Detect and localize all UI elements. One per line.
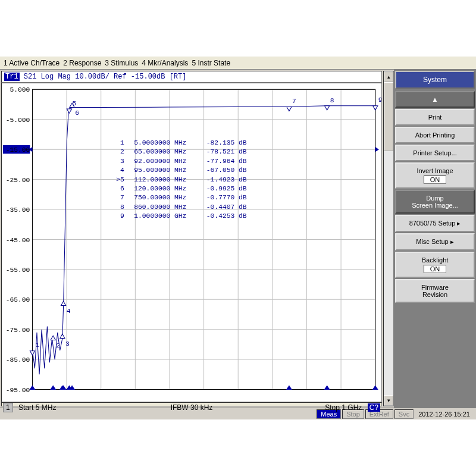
- trace-header-text: S21 Log Mag 10.00dB/ Ref -15.00dB [RT]: [24, 73, 187, 81]
- svg-text:65.000000 MHz: 65.000000 MHz: [134, 148, 186, 155]
- svg-text:-25.00: -25.00: [6, 177, 30, 184]
- menu-item[interactable]: 2 Response: [63, 59, 101, 67]
- svg-marker-55: [30, 386, 35, 389]
- softkey-label: 87050/75 Setup ▸: [409, 220, 461, 227]
- menu-item[interactable]: 1 Active Ch/Trace: [4, 59, 60, 67]
- app-window: 1 Active Ch/Trace 2 Response 3 Stimulus …: [0, 57, 476, 419]
- svg-text:5.000: 5.000: [10, 86, 30, 93]
- svg-text:-0.4407 dB: -0.4407 dB: [206, 203, 247, 211]
- svg-text:120.00000 MHz: 120.00000 MHz: [134, 185, 186, 192]
- svg-text:3: 3: [120, 158, 124, 165]
- svg-text:6: 6: [120, 185, 124, 192]
- softkey-button[interactable]: Invert ImageON: [395, 162, 475, 189]
- scroll-up-arrow[interactable]: ▴: [384, 71, 393, 82]
- stop-freq-label: Stop 1 GHz: [325, 403, 362, 412]
- svg-marker-37: [30, 351, 35, 355]
- softkey-label: Print: [428, 114, 442, 121]
- svg-marker-39: [51, 336, 55, 340]
- correction-indicator: C?: [368, 403, 380, 412]
- softkey-value: ON: [424, 176, 447, 184]
- svg-text:8: 8: [330, 97, 334, 104]
- svg-text:-77.964 dB: -77.964 dB: [206, 158, 247, 165]
- svg-text:5.0000000 MHz: 5.0000000 MHz: [134, 139, 186, 146]
- svg-marker-24: [375, 147, 379, 152]
- softkey-title: System: [395, 71, 475, 89]
- softkey-label: Dump Screen Image...: [412, 195, 458, 209]
- menu-item[interactable]: 5 Instr State: [192, 59, 230, 67]
- svg-text:2: 2: [120, 148, 124, 155]
- svg-text:9: 9: [378, 96, 381, 104]
- svg-text:-35.00: -35.00: [6, 206, 30, 214]
- svg-text:-95.00: -95.00: [6, 387, 30, 394]
- svg-marker-41: [60, 334, 65, 338]
- scroll-down-arrow[interactable]: ▾: [384, 395, 393, 406]
- svg-text:4: 4: [120, 167, 124, 174]
- svg-text:-75.00: -75.00: [6, 327, 30, 334]
- softkey-button[interactable]: Abort Printing: [395, 127, 475, 143]
- svg-text:860.00000 MHz: 860.00000 MHz: [134, 203, 186, 211]
- svg-text:-0.9925 dB: -0.9925 dB: [206, 185, 247, 192]
- svg-text:-82.135 dB: -82.135 dB: [206, 139, 247, 146]
- plot-svg: 5.000-5.000-15.00-25.00-35.00-45.00-55.0…: [2, 83, 381, 402]
- svg-text:1: 1: [120, 139, 124, 146]
- svg-text:-45.00: -45.00: [6, 237, 30, 244]
- softkey-button[interactable]: Print: [395, 109, 475, 126]
- svg-marker-43: [61, 301, 65, 305]
- svg-marker-53: [373, 106, 378, 110]
- svg-text:-55.00: -55.00: [6, 267, 30, 274]
- svg-text:112.00000 MHz: 112.00000 MHz: [134, 176, 186, 183]
- svg-text:-65.00: -65.00: [6, 296, 30, 303]
- svg-text:7: 7: [292, 98, 296, 105]
- svg-text:-5.000: -5.000: [6, 117, 30, 124]
- svg-text:-15.00: -15.00: [6, 146, 30, 154]
- svg-marker-56: [51, 386, 55, 389]
- svg-text:8: 8: [120, 203, 124, 211]
- scroll-track[interactable]: [384, 82, 393, 395]
- softkey-label: Printer Setup...: [413, 149, 456, 156]
- svg-marker-49: [287, 107, 292, 111]
- status-bar: Meas Stop ExtRef Svc 2012-12-26 15:21: [0, 408, 476, 419]
- softkey-label: Misc Setup ▸: [416, 238, 453, 246]
- trace-header: Tr1 S21 Log Mag 10.00dB/ Ref -15.00dB [R…: [1, 71, 382, 83]
- menu-item[interactable]: 4 Mkr/Analysis: [142, 59, 188, 67]
- softkey-label: Firmware Revision: [421, 284, 449, 298]
- softkey-button[interactable]: Misc Setup ▸: [395, 233, 475, 250]
- softkey-button[interactable]: Printer Setup...: [395, 145, 475, 161]
- softkey-button[interactable]: 87050/75 Setup ▸: [395, 215, 475, 232]
- scroll-thumb[interactable]: [384, 82, 393, 151]
- svg-marker-51: [325, 106, 330, 110]
- plot-area[interactable]: 5.000-5.000-15.00-25.00-35.00-45.00-55.0…: [1, 83, 382, 402]
- softkey-button[interactable]: BacklightON: [395, 252, 475, 278]
- start-freq-label: Start 5 MHz: [18, 403, 56, 412]
- softkey-label: ▲: [432, 96, 439, 103]
- softkey-label: Abort Printing: [415, 131, 455, 139]
- svg-text:9: 9: [120, 212, 124, 220]
- svg-text:4: 4: [67, 308, 71, 315]
- svg-text:-0.7770 dB: -0.7770 dB: [206, 195, 247, 202]
- svg-text:7: 7: [120, 195, 124, 202]
- svg-text:1.0000000 GHz: 1.0000000 GHz: [134, 212, 186, 220]
- svg-text:-67.050 dB: -67.050 dB: [206, 167, 247, 174]
- softkey-value: ON: [424, 265, 447, 273]
- svg-marker-45: [67, 109, 71, 113]
- menu-bar: 1 Active Ch/Trace 2 Response 3 Stimulus …: [0, 57, 476, 70]
- menu-item[interactable]: 3 Stimulus: [105, 59, 138, 67]
- vertical-scrollbar[interactable]: ▴ ▾: [383, 71, 394, 406]
- softkey-panel: System ▲PrintAbort PrintingPrinter Setup…: [394, 70, 476, 408]
- channel-indicator: 1: [3, 403, 13, 412]
- svg-text:>5: >5: [116, 176, 124, 183]
- status-svc: Svc: [394, 409, 414, 419]
- ifbw-label: IFBW 30 kHz: [171, 403, 213, 412]
- svg-text:-1.4923 dB: -1.4923 dB: [206, 176, 247, 183]
- svg-text:-0.4253 dB: -0.4253 dB: [206, 212, 247, 220]
- softkey-button[interactable]: ▲: [395, 91, 475, 108]
- svg-text:-78.521 dB: -78.521 dB: [206, 148, 247, 155]
- svg-marker-61: [287, 386, 292, 389]
- softkey-button[interactable]: Dump Screen Image...: [395, 190, 475, 214]
- softkey-label: Invert Image: [416, 167, 453, 174]
- softkey-label: Backlight: [422, 256, 449, 264]
- softkey-button[interactable]: Firmware Revision: [395, 279, 475, 303]
- svg-text:2: 2: [56, 342, 60, 349]
- trace-tag: Tr1: [4, 73, 20, 81]
- svg-text:1: 1: [36, 342, 40, 349]
